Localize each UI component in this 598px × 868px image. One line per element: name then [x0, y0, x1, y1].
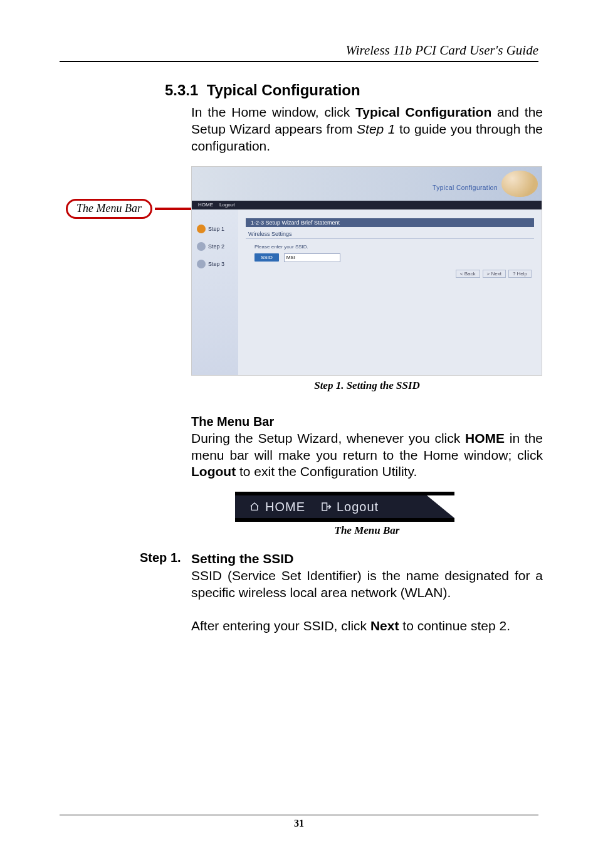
menubar-home-label: HOME: [265, 500, 305, 514]
intro-text-bold: Typical Configuration: [355, 105, 491, 119]
svg-rect-0: [322, 503, 327, 511]
page-footer: 31: [60, 815, 538, 829]
back-button[interactable]: < Back: [456, 270, 480, 278]
field-area: Please enter your SSID. SSID: [246, 239, 534, 262]
menubar-triangle-decor: [427, 495, 454, 518]
menubar-image: HOME Logout: [235, 492, 454, 522]
ssid-row: SSID: [254, 253, 534, 262]
section-title: Typical Configuration: [207, 82, 360, 98]
screenshot-body: Step 1 Step 2 Step 3 1-2-3 Setup Wizard …: [192, 209, 542, 375]
menu-bar-text: During the Setup Wizard, whenever you cl…: [191, 430, 543, 481]
panel-title: 1-2-3 Setup Wizard Brief Statement: [246, 218, 534, 227]
p2-mid: to continue: [399, 618, 470, 633]
help-button[interactable]: ? Help: [508, 270, 532, 278]
step-dot-icon: [197, 225, 206, 233]
banner-title: Typical Configuration: [433, 184, 498, 191]
step-1-label: Step 1.: [140, 551, 191, 635]
ssid-prompt: Please enter your SSID.: [254, 244, 534, 250]
figure-1-caption: Step 1. Setting the SSID: [191, 379, 543, 392]
figure-1-wrap: The Menu Bar Typical Configuration HOME …: [60, 166, 543, 392]
screenshot-step1: Typical Configuration HOME Logout Step 1…: [191, 166, 542, 376]
ssid-input[interactable]: [284, 253, 340, 262]
step-1-p1: SSID (Service Set Identifier) is the nam…: [191, 568, 543, 601]
home-icon: [249, 502, 260, 512]
step-1-label: Step 1: [208, 226, 224, 232]
menu-bar-heading: The Menu Bar: [191, 415, 543, 429]
document-page: Wireless 11b PCI Card User's Guide 5.3.1…: [0, 0, 598, 868]
section-number: 5.3.1: [165, 82, 198, 98]
mb-text-post: to exit the Configuration Utility.: [236, 464, 417, 479]
p2-post: .: [506, 618, 510, 633]
p2-ital: Next: [370, 618, 399, 633]
wizard-step-2[interactable]: Step 2: [197, 242, 238, 251]
mb-text-bold2: Logout: [191, 464, 236, 479]
wizard-main: 1-2-3 Setup Wizard Brief Statement Wirel…: [238, 209, 542, 375]
wizard-steps: Step 1 Step 2 Step 3: [192, 209, 238, 375]
screenshot-banner: Typical Configuration: [192, 167, 542, 201]
mb-text-pre: During the Setup Wizard, whenever you cl…: [191, 431, 465, 445]
intro-text-pre: In the Home window, click: [191, 105, 355, 119]
next-button[interactable]: > Next: [483, 270, 506, 278]
wizard-buttons: < Back > Next ? Help: [456, 270, 532, 278]
footer-rule: [60, 815, 538, 815]
step-dot-icon: [197, 242, 206, 251]
ssid-badge: SSID: [254, 253, 279, 262]
figure-2-caption: The Menu Bar: [191, 524, 543, 537]
menubar-home[interactable]: HOME: [198, 202, 213, 208]
intro-text-ital: Step 1: [357, 122, 395, 136]
page-content: 5.3.1 Typical Configuration In the Home …: [60, 82, 543, 635]
p2-ital2: step 2: [471, 618, 506, 633]
menubar-logout-label: Logout: [337, 500, 379, 514]
menu-bar-callout: The Menu Bar: [66, 199, 152, 219]
menubar-inner: HOME Logout: [235, 495, 454, 518]
section-intro: In the Home window, click Typical Config…: [191, 104, 543, 155]
step-2-label: Step 2: [208, 243, 224, 250]
wizard-step-3[interactable]: Step 3: [197, 260, 238, 268]
step-1-body: Setting the SSID SSID (Service Set Ident…: [191, 551, 543, 635]
menubar-logout[interactable]: Logout: [219, 202, 234, 208]
step-dot-icon: [197, 260, 206, 268]
step-1-heading: Setting the SSID: [191, 551, 293, 566]
header-rule: [60, 61, 538, 62]
section-heading: 5.3.1 Typical Configuration: [165, 82, 543, 99]
callout-connector: [155, 208, 191, 210]
p2-pre: After entering your SSID, click: [191, 618, 370, 633]
step-3-label: Step 3: [208, 261, 224, 267]
page-header: Wireless 11b PCI Card User's Guide: [60, 43, 538, 62]
menubar-figure: HOME Logout: [235, 492, 543, 522]
menubar-home-item[interactable]: HOME: [249, 500, 305, 514]
menubar-logout-item[interactable]: Logout: [320, 500, 379, 514]
mb-text-bold1: HOME: [465, 431, 505, 445]
page-number: 31: [60, 818, 538, 829]
step-1-row: Step 1. Setting the SSID SSID (Service S…: [60, 551, 543, 635]
step-1-p2: After entering your SSID, click Next to …: [191, 618, 543, 635]
subpanel-title: Wireless Settings: [246, 230, 534, 239]
running-header: Wireless 11b PCI Card User's Guide: [60, 43, 538, 58]
screenshot-menubar: HOME Logout: [192, 201, 542, 209]
banner-image: [501, 171, 538, 197]
logout-icon: [320, 501, 332, 512]
wizard-step-1[interactable]: Step 1: [197, 225, 238, 233]
